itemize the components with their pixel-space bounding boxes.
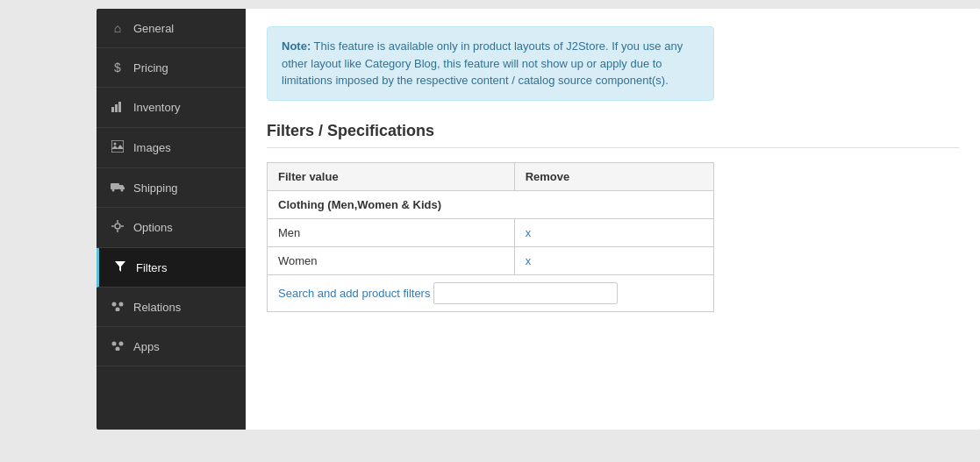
svg-point-14 [119,302,124,307]
sidebar-item-inventory[interactable]: Inventory [97,88,246,128]
sidebar-item-label: Pricing [133,61,168,75]
search-row: Search and add product filters [268,274,714,311]
svg-point-8 [115,224,120,229]
table-header-row: Filter value Remove [268,162,714,190]
search-label-static: Search and add [278,287,361,300]
sidebar-item-general[interactable]: ⌂ General [97,9,246,48]
sidebar-item-label: Filters [136,261,167,274]
note-text: This feature is available only in produc… [282,39,683,87]
svg-point-17 [119,342,124,346]
note-box: Note: This feature is available only in … [267,26,714,101]
svg-rect-0 [111,107,114,112]
svg-point-6 [112,189,115,192]
sidebar-item-label: Apps [133,340,160,353]
home-icon: ⌂ [111,21,125,35]
sidebar-item-apps[interactable]: Apps [97,327,246,366]
main-container: ⌂ General $ Pricing Inventory [0,9,980,430]
remove-women-link[interactable]: x [526,254,532,267]
svg-point-7 [121,189,124,192]
remove-men[interactable]: x [514,218,713,246]
svg-rect-3 [111,140,124,153]
sidebar-item-images[interactable]: Images [97,128,246,168]
group-row: Clothing (Men,Women & Kids) [268,190,714,218]
sidebar-item-label: Images [133,141,171,154]
truck-icon [111,181,125,195]
bar-chart-icon [111,100,125,115]
sidebar: ⌂ General $ Pricing Inventory [97,9,246,430]
apps-icon [111,339,125,353]
group-label: Clothing (Men,Women & Kids) [268,190,714,218]
content-area: Note: This feature is available only in … [246,9,980,430]
svg-rect-5 [111,183,119,189]
sidebar-item-relations[interactable]: Relations [97,288,246,327]
search-label-highlight: product filters [361,287,430,300]
search-cell: Search and add product filters [268,274,714,311]
dollar-icon: $ [111,60,125,75]
sidebar-item-filters[interactable]: Filters [97,248,246,288]
sidebar-item-pricing[interactable]: $ Pricing [97,48,246,88]
sidebar-item-options[interactable]: Options [97,208,246,248]
section-heading: Filters / Specifications [267,122,959,148]
col-filter-value: Filter value [268,162,515,190]
remove-men-link[interactable]: x [526,226,532,239]
sidebar-item-label: Inventory [133,101,180,114]
svg-point-15 [116,308,120,312]
table-row: Women x [268,246,714,274]
col-remove: Remove [514,162,713,190]
search-label: Search and add product filters [278,287,433,300]
relations-icon [111,300,125,314]
search-filter-input[interactable] [433,282,618,304]
filters-table: Filter value Remove Clothing (Men,Women … [267,162,714,312]
filter-value-women: Women [268,246,515,274]
svg-rect-1 [115,104,118,112]
note-bold: Note: [282,39,311,53]
sidebar-item-label: Relations [133,301,181,314]
svg-point-4 [114,143,117,146]
remove-women[interactable]: x [514,246,713,274]
page-wrapper: ⌂ General $ Pricing Inventory [0,0,980,462]
svg-point-13 [112,302,117,307]
image-icon [111,140,125,155]
sidebar-item-shipping[interactable]: Shipping [97,168,246,208]
svg-point-18 [116,347,120,352]
sidebar-item-label: Shipping [133,181,178,195]
filter-value-men: Men [268,218,515,246]
options-icon [111,220,125,235]
sidebar-item-label: Options [133,221,173,234]
sidebar-item-label: General [133,22,174,35]
filter-icon [113,260,127,274]
svg-rect-2 [118,102,121,112]
svg-point-16 [112,342,117,346]
table-row: Men x [268,218,714,246]
